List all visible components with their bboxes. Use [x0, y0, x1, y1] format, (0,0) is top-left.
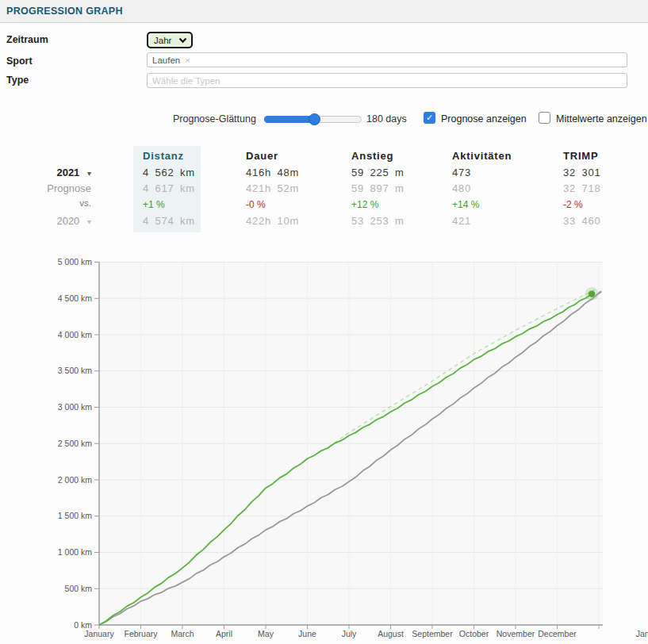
page-title: PROGRESSION GRAPH	[6, 6, 123, 17]
svg-text:Janua: Janua	[636, 629, 648, 638]
svg-text:September: September	[412, 629, 453, 638]
svg-text:November: November	[497, 629, 535, 638]
stats-row-label[interactable]: 2021 ▾	[56, 167, 91, 178]
stats-value: 480	[452, 182, 471, 194]
svg-text:3 000 km: 3 000 km	[58, 402, 92, 412]
stats-value: +1 %	[143, 199, 165, 210]
svg-text:January: January	[84, 629, 114, 638]
stats-column-header[interactable]: Anstieg	[351, 150, 393, 162]
svg-text:July: July	[342, 629, 357, 638]
stats-value: 4 617 km	[143, 182, 195, 194]
remove-tag-icon[interactable]: ×	[185, 56, 190, 65]
stats-value: 53 253 m	[351, 215, 405, 227]
stats-column-header[interactable]: Distanz	[143, 150, 184, 162]
svg-text:1 500 km: 1 500 km	[58, 511, 92, 520]
chevron-down-icon	[178, 37, 187, 44]
stats-value: -0 %	[246, 199, 266, 210]
svg-text:December: December	[538, 629, 577, 638]
sport-input[interactable]: Laufen ×	[147, 52, 627, 67]
progression-graph-panel: PROGRESSION GRAPH Zeitraum Jahr Sport La…	[0, 0, 648, 644]
zeitraum-label: Zeitraum	[6, 34, 48, 45]
svg-text:5 000 km: 5 000 km	[58, 257, 92, 266]
svg-text:3 500 km: 3 500 km	[58, 366, 92, 375]
zeitraum-select[interactable]: Jahr	[147, 32, 193, 48]
stats-value: 421h 52m	[246, 182, 299, 194]
smoothing-label: Prognose-Glättung	[173, 113, 256, 125]
stats-value: 32 718	[563, 182, 601, 194]
stats-value: 59 897 m	[351, 182, 405, 194]
svg-text:August: August	[378, 629, 404, 638]
smoothing-value: 180 days	[366, 113, 407, 125]
progression-chart: 0 km500 km1 000 km1 500 km2 000 km2 500 …	[0, 246, 648, 644]
stats-value: 473	[452, 167, 471, 178]
stats-value: +12 %	[351, 199, 378, 210]
svg-text:500 km: 500 km	[65, 584, 93, 593]
slider-fill	[264, 116, 315, 123]
stats-row-label: Prognose	[47, 182, 91, 194]
svg-text:April: April	[216, 629, 232, 638]
svg-text:March: March	[171, 629, 194, 638]
svg-text:2 000 km: 2 000 km	[58, 475, 92, 485]
prognose-checkbox-label[interactable]: Prognose anzeigen	[441, 113, 527, 125]
stats-value: 421	[452, 215, 471, 227]
svg-text:4 500 km: 4 500 km	[58, 293, 92, 303]
mittelwerte-checkbox-label[interactable]: Mittelwerte anzeigen	[556, 113, 647, 125]
stats-value: 422h 10m	[246, 215, 299, 227]
stats-value: -2 %	[563, 199, 583, 210]
stats-value: 33 460	[563, 215, 601, 227]
stats-column-header[interactable]: Aktivitäten	[452, 150, 512, 162]
smoothing-slider[interactable]	[264, 116, 362, 123]
type-input[interactable]: Wähle die Typen	[147, 73, 627, 88]
prognose-checkbox[interactable]: ✓	[424, 112, 435, 124]
stats-column-header[interactable]: Dauer	[246, 150, 278, 162]
svg-text:0 km: 0 km	[74, 620, 92, 630]
sport-tag: Laufen	[152, 56, 180, 65]
svg-text:1 000 km: 1 000 km	[58, 547, 92, 557]
stats-value: 416h 48m	[246, 167, 299, 178]
svg-text:February: February	[124, 629, 158, 638]
stats-column-header[interactable]: TRIMP	[563, 150, 598, 162]
svg-text:May: May	[258, 629, 274, 638]
type-label: Type	[6, 75, 29, 86]
panel-header: PROGRESSION GRAPH	[0, 0, 648, 23]
stats-value: 59 225 m	[351, 167, 405, 178]
zeitraum-selected-value: Jahr	[154, 36, 178, 45]
stats-value: +14 %	[452, 199, 479, 210]
sport-label: Sport	[6, 56, 33, 67]
type-placeholder: Wähle die Typen	[152, 76, 220, 86]
svg-text:2 500 km: 2 500 km	[58, 439, 92, 448]
stats-row-label[interactable]: 2020 ▾	[56, 215, 91, 227]
slider-thumb[interactable]	[309, 113, 320, 125]
stats-row-label: vs.	[79, 198, 91, 208]
svg-text:October: October	[459, 629, 489, 638]
svg-text:4 000 km: 4 000 km	[58, 330, 92, 339]
stats-value: 32 301	[563, 167, 601, 178]
stats-value: 4 562 km	[143, 167, 195, 178]
stats-value: 4 574 km	[143, 215, 195, 227]
mittelwerte-checkbox[interactable]	[539, 112, 550, 124]
chart-canvas: 0 km500 km1 000 km1 500 km2 000 km2 500 …	[0, 246, 648, 644]
svg-text:June: June	[298, 629, 316, 638]
